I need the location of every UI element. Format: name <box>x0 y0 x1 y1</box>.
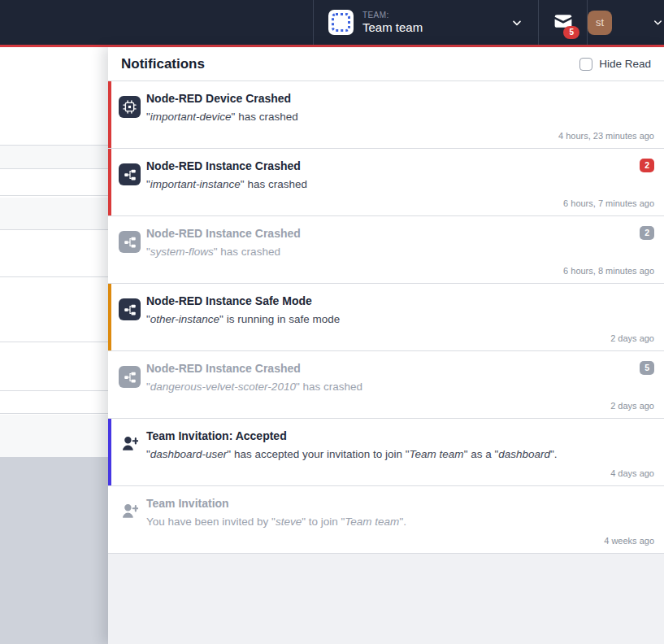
notification-count-badge: 2 <box>640 159 654 172</box>
chevron-down-icon <box>652 16 664 28</box>
notification-timestamp: 6 hours, 7 minutes ago <box>563 198 654 208</box>
notification-item[interactable]: Node-RED Instance Crashed"system-flows" … <box>108 216 664 284</box>
notification-message: "dangerous-velvet-scoter-2010" has crash… <box>146 381 654 393</box>
hide-read-checkbox[interactable] <box>579 58 592 71</box>
notification-timestamp: 4 days ago <box>610 468 654 478</box>
notification-item[interactable]: Node-RED Instance Crashed"dangerous-velv… <box>108 351 664 419</box>
notification-item[interactable]: Node-RED Device Crashed"important-device… <box>108 81 664 149</box>
notification-message: "important-instance" has crashed <box>146 178 654 190</box>
page-footer-block <box>0 457 108 644</box>
unread-accent-bar <box>108 284 111 350</box>
notification-timestamp: 4 hours, 23 minutes ago <box>558 131 654 141</box>
instance-icon <box>119 298 141 320</box>
user-add-icon <box>119 501 141 523</box>
avatar: st <box>588 11 612 35</box>
notification-message: "system-flows" has crashed <box>146 246 654 258</box>
notification-timestamp: 2 days ago <box>610 333 654 343</box>
notification-message: You have been invited by "steve" to join… <box>146 516 654 528</box>
hide-read-toggle[interactable]: Hide Read <box>579 58 651 71</box>
team-selector[interactable]: TEAM: Team team <box>313 0 538 45</box>
notification-item[interactable]: Team Invitation: Accepted"dashboard-user… <box>108 419 664 486</box>
app-window: TEAM: Team team 5 st <box>0 0 664 644</box>
team-name: Team team <box>362 20 423 34</box>
device-icon <box>119 96 141 118</box>
user-add-icon <box>119 433 141 455</box>
panel-title: Notifications <box>121 56 205 72</box>
notification-count-badge: 5 <box>640 361 654 375</box>
notification-message: "important-device" has crashed <box>146 111 654 123</box>
notification-title: Team Invitation: Accepted <box>146 429 654 442</box>
unread-accent-bar <box>108 81 111 148</box>
unread-accent-bar <box>108 419 111 485</box>
notification-message: "other-instance" is running in safe mode <box>146 313 654 325</box>
team-icon <box>328 10 354 35</box>
panel-empty-area <box>108 554 664 644</box>
instance-icon <box>119 231 141 253</box>
instance-icon <box>119 366 141 388</box>
notifications-panel: Notifications Hide Read Node-RED Device … <box>108 47 664 644</box>
notification-timestamp: 2 days ago <box>610 401 654 411</box>
navbar-spacer <box>0 0 313 45</box>
hide-read-label: Hide Read <box>599 58 651 70</box>
notification-message: "dashboard-user" has accepted your invit… <box>146 448 654 460</box>
notification-count-badge: 2 <box>640 226 654 240</box>
instance-icon <box>119 163 141 185</box>
unread-accent-bar <box>108 149 111 215</box>
notification-title: Node-RED Instance Safe Mode <box>146 294 654 307</box>
user-menu[interactable]: st <box>587 0 664 45</box>
notification-title: Team Invitation <box>146 497 654 510</box>
notification-timestamp: 6 hours, 8 minutes ago <box>563 266 654 276</box>
notification-item[interactable]: Node-RED Instance Safe Mode"other-instan… <box>108 284 664 351</box>
notification-list: Node-RED Device Crashed"important-device… <box>108 81 664 554</box>
team-label: TEAM: <box>362 11 423 20</box>
chevron-down-icon <box>510 16 523 29</box>
notification-timestamp: 4 weeks ago <box>604 536 654 546</box>
unread-count-badge: 5 <box>563 26 579 39</box>
notification-item[interactable]: Node-RED Instance Crashed"important-inst… <box>108 149 664 216</box>
notifications-header: Notifications Hide Read <box>108 47 664 81</box>
notification-title: Node-RED Device Crashed <box>146 92 654 105</box>
notification-title: Node-RED Instance Crashed <box>146 227 654 240</box>
notification-title: Node-RED Instance Crashed <box>146 362 654 375</box>
page-background <box>0 47 108 644</box>
notification-item[interactable]: Team InvitationYou have been invited by … <box>108 486 664 554</box>
notifications-mail-button[interactable]: 5 <box>538 0 587 45</box>
notification-title: Node-RED Instance Crashed <box>146 159 654 172</box>
top-navbar: TEAM: Team team 5 st <box>0 0 664 47</box>
